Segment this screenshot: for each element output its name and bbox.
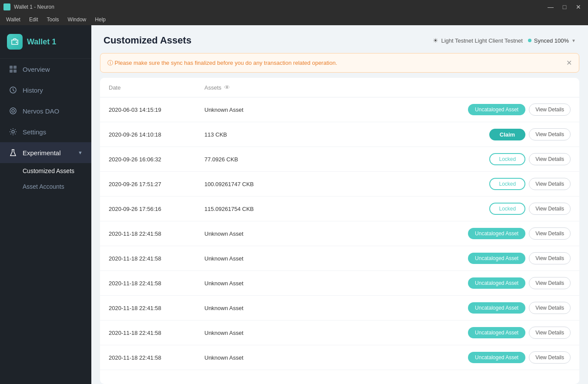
sidebar-item-nervos-dao[interactable]: Nervos DAO (0, 100, 91, 121)
warning-close-button[interactable]: ✕ (566, 59, 572, 67)
view-details-button[interactable]: View Details (529, 104, 571, 116)
status-button[interactable]: Uncataloged Asset (468, 277, 525, 289)
status-button[interactable]: Locked (489, 178, 525, 190)
experimental-label: Experimental (23, 149, 61, 157)
status-button[interactable]: Uncataloged Asset (468, 302, 525, 314)
eye-icon[interactable]: 👁 (224, 84, 230, 91)
sidebar: Wallet 1 Overview (0, 25, 91, 384)
sidebar-item-settings[interactable]: Settings (0, 121, 91, 142)
table-row: 2020-09-26 16:06:3277.0926 CKBLockedView… (100, 147, 579, 172)
row-date: 2020-11-18 22:41:58 (109, 230, 204, 237)
sidebar-item-history[interactable]: History (0, 80, 91, 100)
warning-message: ⓘ Please make sure the sync has finalize… (107, 59, 337, 67)
menu-edit[interactable]: Edit (25, 16, 43, 23)
status-button[interactable]: Uncataloged Asset (468, 104, 525, 115)
sync-dot (528, 39, 531, 42)
row-date: 2020-09-26 17:56:16 (109, 206, 204, 212)
row-assets: Unknown Asset (204, 107, 468, 113)
sidebar-item-nervos-dao-label: Nervos DAO (23, 107, 59, 115)
menu-tools[interactable]: Tools (43, 16, 63, 23)
menu-help[interactable]: Help (90, 16, 110, 23)
view-details-button[interactable]: View Details (529, 153, 571, 165)
menu-window[interactable]: Window (63, 16, 91, 23)
view-details-button[interactable]: View Details (529, 178, 571, 190)
sync-arrow-icon: ▼ (571, 38, 576, 43)
svg-rect-2 (13, 66, 17, 69)
table-row: 2020-11-18 22:41:58Unknown AssetUncatalo… (100, 296, 579, 321)
titlebar-title: Wallet 1 - Neuron (14, 4, 54, 10)
menu-wallet[interactable]: Wallet (2, 16, 25, 23)
sidebar-item-overview-label: Overview (23, 66, 50, 73)
view-details-button[interactable]: View Details (529, 327, 571, 339)
status-button[interactable]: Locked (489, 203, 525, 215)
row-actions: LockedView Details (489, 153, 571, 165)
row-date: 2020-11-18 22:41:58 (109, 305, 204, 311)
sidebar-wallet: Wallet 1 (0, 25, 91, 59)
table-body: 2020-06-03 14:15:19Unknown AssetUncatalo… (100, 97, 579, 384)
status-button[interactable]: Locked (489, 153, 525, 165)
view-details-button[interactable]: View Details (529, 252, 571, 264)
minimize-button[interactable]: — (545, 1, 557, 13)
view-details-button[interactable]: View Details (529, 302, 571, 314)
row-date: 2020-11-18 22:41:58 (109, 354, 204, 361)
svg-rect-3 (10, 70, 13, 73)
table-area: Date Assets 👁 2020-06-03 14:15:19Unknown… (100, 78, 579, 384)
row-actions: LockedView Details (489, 203, 571, 215)
experimental-left: Experimental (9, 148, 61, 157)
customized-assets-label: Customized Assets (23, 167, 74, 174)
table-row: 2020-06-03 14:15:19Unknown AssetUncatalo… (100, 97, 579, 122)
sync-status: Synced 100% ▼ (528, 37, 576, 44)
svg-rect-4 (13, 70, 17, 73)
row-actions: LockedView Details (489, 178, 571, 190)
row-actions: Uncataloged AssetView Details (468, 227, 571, 240)
wallet-name[interactable]: Wallet 1 (27, 37, 56, 47)
titlebar-controls: — □ ✕ (545, 1, 585, 13)
chevron-down-icon: ▼ (78, 150, 83, 155)
view-details-button[interactable]: View Details (529, 203, 571, 215)
nervos-dao-icon (9, 107, 17, 115)
page-title: Customized Assets (104, 35, 191, 46)
sidebar-item-experimental[interactable]: Experimental ▼ (0, 142, 91, 163)
row-assets: Unknown Asset (204, 280, 468, 287)
table-row: 2020-11-18 22:41:58Unknown AssetUncatalo… (100, 271, 579, 296)
view-details-button[interactable]: View Details (529, 227, 571, 240)
table-row: 2020-11-18 22:41:58Unknown AssetUncatalo… (100, 221, 579, 246)
sidebar-item-overview[interactable]: Overview (0, 59, 91, 80)
close-button[interactable]: ✕ (572, 1, 585, 13)
sidebar-item-customized-assets[interactable]: Customized Assets (0, 163, 91, 179)
table-row: 2020-09-26 17:51:27100.09261747 CKBLocke… (100, 172, 579, 197)
experimental-icon (9, 148, 17, 157)
wallet-icon (7, 34, 23, 50)
table-row: 2020-11-18 22:41:58Unknown AssetUncatalo… (100, 345, 579, 370)
view-details-button[interactable]: View Details (529, 128, 571, 140)
row-date: 2020-09-26 14:10:18 (109, 131, 204, 138)
row-actions: Uncataloged AssetView Details (468, 327, 571, 339)
status-button[interactable]: Uncataloged Asset (468, 352, 525, 363)
col-assets-header: Assets 👁 (204, 84, 571, 91)
row-assets: Unknown Asset (204, 255, 468, 262)
sidebar-item-asset-accounts[interactable]: Asset Accounts (0, 179, 91, 194)
app-body: Wallet 1 Overview (0, 25, 588, 384)
status-button[interactable]: Claim (489, 129, 525, 140)
sync-label: Synced 100% (534, 37, 569, 44)
view-details-button[interactable]: View Details (529, 351, 571, 364)
warning-banner: ⓘ Please make sure the sync has finalize… (100, 53, 579, 73)
col-date-header: Date (109, 84, 204, 91)
row-assets: Unknown Asset (204, 330, 468, 336)
row-assets: 115.09261754 CKB (204, 206, 489, 212)
row-assets: 77.0926 CKB (204, 156, 489, 163)
row-actions: Uncataloged AssetView Details (468, 277, 571, 289)
table-row: 2020-11-18 22:41:58Unknown AssetUncatalo… (100, 246, 579, 271)
row-date: 2020-09-26 16:06:32 (109, 156, 204, 163)
maximize-button[interactable]: □ (558, 1, 571, 13)
row-assets: Unknown Asset (204, 354, 468, 361)
view-details-button[interactable]: View Details (529, 277, 571, 289)
row-assets: Unknown Asset (204, 230, 468, 237)
row-assets: 113 CKB (204, 131, 489, 138)
titlebar-left: Wallet 1 - Neuron (3, 3, 54, 10)
status-button[interactable]: Uncataloged Asset (468, 228, 525, 239)
status-button[interactable]: Uncataloged Asset (468, 253, 525, 264)
status-button[interactable]: Uncataloged Asset (468, 327, 525, 338)
network-label: Light Testnet Light Client Testnet (441, 37, 522, 44)
row-actions: Uncataloged AssetView Details (468, 302, 571, 314)
